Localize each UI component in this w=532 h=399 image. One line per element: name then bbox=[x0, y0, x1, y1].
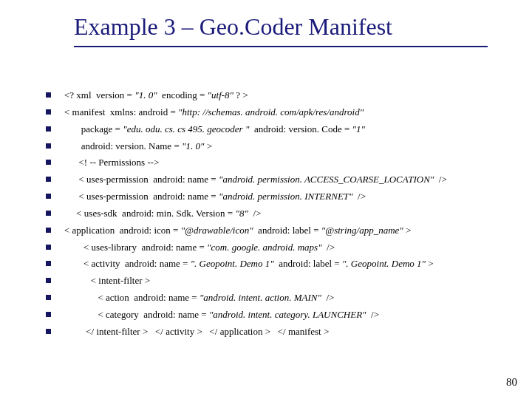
title-underline bbox=[74, 46, 488, 47]
square-bullet-icon bbox=[46, 211, 51, 216]
square-bullet-icon bbox=[46, 194, 51, 199]
code-text: < uses-sdk android: min. Sdk. Version = … bbox=[64, 207, 261, 221]
page-number: 80 bbox=[506, 376, 517, 389]
square-bullet-icon bbox=[46, 329, 51, 334]
code-line: < manifest xmlns: android = "http: //sch… bbox=[46, 106, 502, 120]
code-text: < category android: name = "android. int… bbox=[64, 308, 379, 322]
code-line: </ intent-filter > </ activity > </ appl… bbox=[46, 325, 502, 339]
square-bullet-icon bbox=[46, 312, 51, 317]
content-body: <? xml version = "1. 0" encoding = "utf-… bbox=[46, 89, 502, 342]
code-text: < manifest xmlns: android = "http: //sch… bbox=[64, 106, 364, 120]
square-bullet-icon bbox=[46, 261, 51, 266]
code-line: <! -- Permissions --> bbox=[46, 156, 502, 170]
code-text: </ intent-filter > </ activity > </ appl… bbox=[64, 325, 329, 339]
code-text: package = "edu. odu. cs. cs 495. geocode… bbox=[64, 123, 365, 137]
code-line: < uses-permission android: name = "andro… bbox=[46, 190, 502, 204]
code-line: android: version. Name = "1. 0" > bbox=[46, 140, 502, 154]
code-text: < activity android: name = ". Geopoint. … bbox=[64, 257, 434, 271]
square-bullet-icon bbox=[46, 177, 51, 182]
code-line: < action android: name = "android. inten… bbox=[46, 291, 502, 305]
square-bullet-icon bbox=[46, 109, 51, 115]
code-text: < uses-permission android: name = "andro… bbox=[64, 173, 447, 187]
code-text: < application android: icon = "@drawable… bbox=[64, 224, 411, 238]
square-bullet-icon bbox=[46, 245, 51, 250]
code-text: < intent-filter > bbox=[64, 274, 150, 288]
code-text: <! -- Permissions --> bbox=[64, 156, 159, 170]
code-text: < uses-permission android: name = "andro… bbox=[64, 190, 366, 204]
square-bullet-icon bbox=[46, 160, 51, 165]
code-line: package = "edu. odu. cs. cs 495. geocode… bbox=[46, 123, 502, 137]
code-text: < action android: name = "android. inten… bbox=[64, 291, 334, 305]
code-text: android: version. Name = "1. 0" > bbox=[64, 140, 212, 154]
code-line: <? xml version = "1. 0" encoding = "utf-… bbox=[46, 89, 502, 103]
square-bullet-icon bbox=[46, 295, 51, 300]
code-text: < uses-library android: name = "com. goo… bbox=[64, 241, 335, 255]
slide-title: Example 3 – Geo.Coder Manifest bbox=[74, 13, 392, 41]
square-bullet-icon bbox=[46, 278, 51, 283]
code-line: < uses-permission android: name = "andro… bbox=[46, 173, 502, 187]
code-line: < uses-sdk android: min. Sdk. Version = … bbox=[46, 207, 502, 221]
code-line: < uses-library android: name = "com. goo… bbox=[46, 241, 502, 255]
slide: Example 3 – Geo.Coder Manifest <? xml ve… bbox=[0, 0, 532, 399]
code-line: < activity android: name = ". Geopoint. … bbox=[46, 257, 502, 271]
square-bullet-icon bbox=[46, 92, 51, 98]
code-line: < intent-filter > bbox=[46, 274, 502, 288]
code-line: < category android: name = "android. int… bbox=[46, 308, 502, 322]
square-bullet-icon bbox=[46, 143, 51, 149]
code-text: <? xml version = "1. 0" encoding = "utf-… bbox=[64, 89, 248, 103]
code-line: < application android: icon = "@drawable… bbox=[46, 224, 502, 238]
square-bullet-icon bbox=[46, 228, 51, 233]
square-bullet-icon bbox=[46, 126, 51, 132]
